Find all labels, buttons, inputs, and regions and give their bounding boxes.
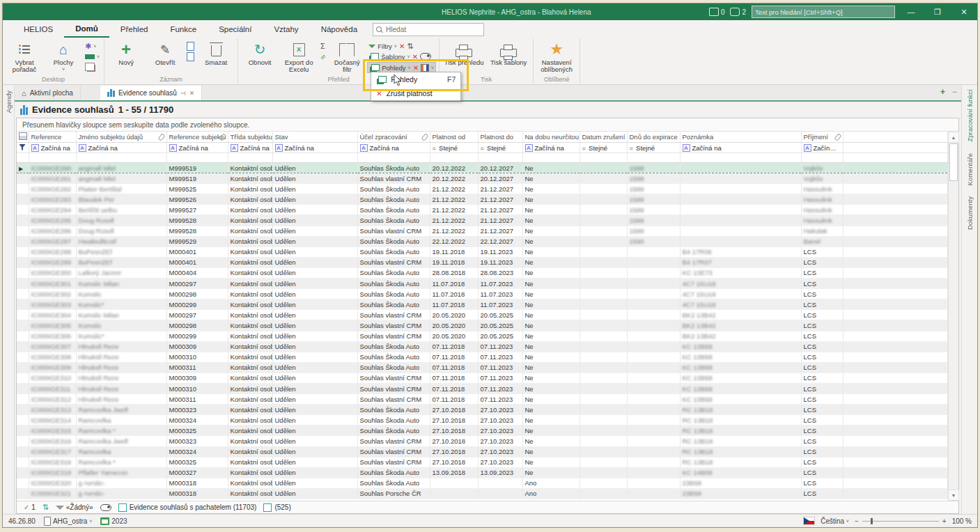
filter-input-cell[interactable] [843, 153, 948, 163]
column-header[interactable]: Třída subjektu [228, 132, 272, 143]
agendy-tab[interactable]: Agendy [5, 91, 13, 113]
sort-order-button[interactable]: ⇅ [42, 503, 49, 512]
table-row[interactable]: IC000IGE298BuPesnZEfM000401Kontaktní oso… [17, 247, 948, 257]
filter-input-cell[interactable] [680, 153, 801, 163]
plochy-button[interactable]: ⌂ Plochy ˅ [45, 40, 82, 72]
table-row[interactable]: IC000IGE292Platter BertšlalM999525Kontak… [17, 184, 948, 194]
filter-cell[interactable]: =Stejné [580, 143, 627, 153]
filter-input-cell[interactable] [272, 153, 357, 163]
table-row[interactable]: IC000IGE300Lalkvrý JacmrrM000404Kontaktn… [17, 267, 948, 278]
table-row[interactable]: IC000IGE293Blaudek PerM999526Kontaktní o… [17, 194, 948, 205]
table-row[interactable]: IC000IGE295Doug RosvllM999528Kontaktní o… [17, 215, 948, 226]
menu-napoveda[interactable]: Nápověda [310, 22, 368, 37]
table-row[interactable]: IC000IGE291angmall MlelM999519Kontaktní … [17, 173, 948, 184]
ribbon-search-input[interactable] [384, 25, 481, 34]
table-row[interactable]: IC000IGE302KumslicM000298Kontaktní osoba… [17, 289, 948, 299]
column-header[interactable]: Poznámka [680, 132, 801, 143]
column-header[interactable]: Reference subjektu [166, 132, 228, 143]
filtry-button[interactable]: Filtry˅ ✕ ⇅ [367, 41, 436, 51]
filter-cell[interactable]: =Stejné [430, 143, 478, 153]
table-row[interactable]: IC000IGE296Doug RosvllM999528Kontaktní o… [17, 226, 948, 236]
filter-input-cell[interactable] [17, 153, 29, 163]
maximize-button[interactable]: ❐ [927, 4, 948, 19]
column-header[interactable]: Stav [272, 132, 357, 143]
filter-cell[interactable]: AZačín… [801, 143, 843, 153]
filter-checkbox-1[interactable]: Evidence souhlasů s pachatelem (11703) [118, 503, 257, 512]
filter-input-cell[interactable] [522, 153, 580, 163]
period-selector[interactable]: 2023 [100, 517, 127, 525]
filter-toggle-icon[interactable] [100, 504, 111, 511]
link-button[interactable]: ∞ [319, 52, 327, 61]
zoom-track[interactable] [862, 521, 939, 522]
table-row[interactable]: IC000IGE308Hlnuksll RezeM000310Kontaktní… [17, 352, 948, 362]
filter-input-cell[interactable] [166, 153, 228, 163]
filter-input-cell[interactable] [627, 153, 680, 163]
filter-cell[interactable]: AZačíná na [680, 143, 801, 153]
open-doc-button[interactable] [185, 41, 196, 51]
menu-prehled[interactable]: Přehled [109, 22, 160, 37]
column-header[interactable]: Datum zrušení [580, 132, 627, 143]
zoom-thumb[interactable] [871, 518, 873, 524]
table-row[interactable]: IC000IGE306Kumslic*M000299Kontaktní osob… [17, 331, 948, 341]
table-row[interactable]: IC000IGE321g Avrslic-M000318Kontaktní os… [17, 488, 948, 499]
filter-input-cell[interactable] [29, 153, 76, 163]
tab-aktivni-plocha[interactable]: ⌂ Aktivní plocha [15, 86, 81, 100]
global-search-input[interactable] [752, 6, 895, 18]
filter-cell[interactable]: AZačíná na [29, 143, 76, 153]
table-row[interactable]: IC000IGE297HwaltedltcotfM999529Kontaktní… [17, 236, 948, 247]
screens-badge[interactable]: 0 [709, 8, 725, 16]
language-selector[interactable]: Čeština ˅ [820, 517, 849, 525]
menu-funkce[interactable]: Funkce [159, 22, 208, 37]
table-row[interactable]: IC000IGE311Hlnuksll RezeM000310Kontaktní… [17, 383, 948, 393]
tisk-sablony-button[interactable]: Tisk šablony [487, 40, 530, 66]
filter-cell[interactable]: =Stejné [627, 143, 680, 153]
filter-input-cell[interactable] [76, 153, 166, 163]
column-header[interactable]: Dnů do expirace [627, 132, 680, 143]
table-row[interactable]: IC000IGE319Pflaller YarnecsnM000327Konta… [17, 467, 948, 478]
group-by-hint[interactable]: Přesunem hlavičky sloupce sem seskupíte … [17, 118, 958, 132]
edit-doc-button[interactable] [185, 52, 196, 61]
filter-cell[interactable]: AZačíná na [272, 143, 357, 153]
filter-cell[interactable]: AZačíná na [166, 143, 228, 153]
clear-template-icon[interactable]: ✕ [412, 53, 418, 61]
dokumenty-tab[interactable]: Dokumenty [966, 196, 974, 230]
menu-item-zrusit-platnost[interactable]: ✕ Zrušit platnost [371, 86, 460, 100]
sort-icon[interactable]: ⇅ [407, 42, 413, 51]
sablony-button[interactable]: Šablony˅ ✕ [367, 52, 436, 61]
menu-item-pohledy[interactable]: Pohledy F7 [371, 72, 460, 86]
obnovit-button[interactable]: ↻ Obnovit [241, 40, 279, 66]
sum-button[interactable]: Σ [319, 41, 327, 51]
add-tab-button[interactable]: + [940, 87, 945, 97]
table-row[interactable]: IC000IGE317RamcovlkaM000324Kontaktní oso… [17, 446, 948, 457]
scroll-up-button[interactable]: ▲ [948, 132, 959, 143]
vertical-scrollbar[interactable]: ▲ ▼ [948, 132, 958, 501]
column-header[interactable]: Příjmení [801, 132, 843, 143]
zoom-out-button[interactable]: − [855, 517, 859, 525]
nastaveni-oblibenych-button[interactable]: ★ Nastavení oblíbených [536, 40, 577, 74]
close-tab-icon[interactable]: ✕ [189, 90, 195, 97]
column-header[interactable]: Jméno subjektu údajů [76, 132, 166, 143]
table-row[interactable]: IC000IGE320g Avrslic-M000318Kontaktní os… [17, 478, 948, 488]
table-row[interactable]: IC000IGE304Kumslic MilanM000297Kontaktní… [17, 310, 948, 320]
close-button[interactable]: ✕ [954, 4, 974, 19]
filter-cell[interactable]: AZačíná na [76, 143, 166, 153]
filter-cell[interactable]: AZačíná na [228, 143, 272, 153]
column-header[interactable]: Platnost od [430, 132, 478, 143]
legend-button[interactable]: ˅ [84, 52, 101, 61]
table-row[interactable]: IC000IGE301Kumslic MilanM000297Kontaktní… [17, 279, 948, 289]
database-selector[interactable]: AHG_ostra ˅ [44, 517, 92, 526]
table-row[interactable]: IC000IGE299BuPesnZEfM000401Kontaktní oso… [17, 257, 948, 267]
column-header[interactable]: Platnost do [478, 132, 522, 143]
export-excel-button[interactable]: X Export do Excelu [280, 40, 318, 74]
scroll-thumb[interactable] [949, 143, 958, 181]
filter-input-cell[interactable] [580, 153, 627, 163]
filter-input-cell[interactable] [228, 153, 272, 163]
scroll-down-button[interactable]: ▼ [948, 490, 959, 501]
table-row[interactable]: ▶IC000IGE290angmall MlelM999519Kontaktní… [17, 163, 948, 173]
table-row[interactable]: IC000IGE312Hlnuksll RezeM000311Kontaktní… [17, 394, 948, 405]
remove-tab-button[interactable]: − [952, 87, 957, 97]
menu-vztahy[interactable]: Vztahy [263, 22, 309, 37]
vybrat-poradac-button[interactable]: Vybrat pořadač [6, 40, 43, 74]
zoom-slider[interactable]: − + [855, 517, 947, 525]
column-header[interactable]: Na dobu neurčitou [522, 132, 580, 143]
